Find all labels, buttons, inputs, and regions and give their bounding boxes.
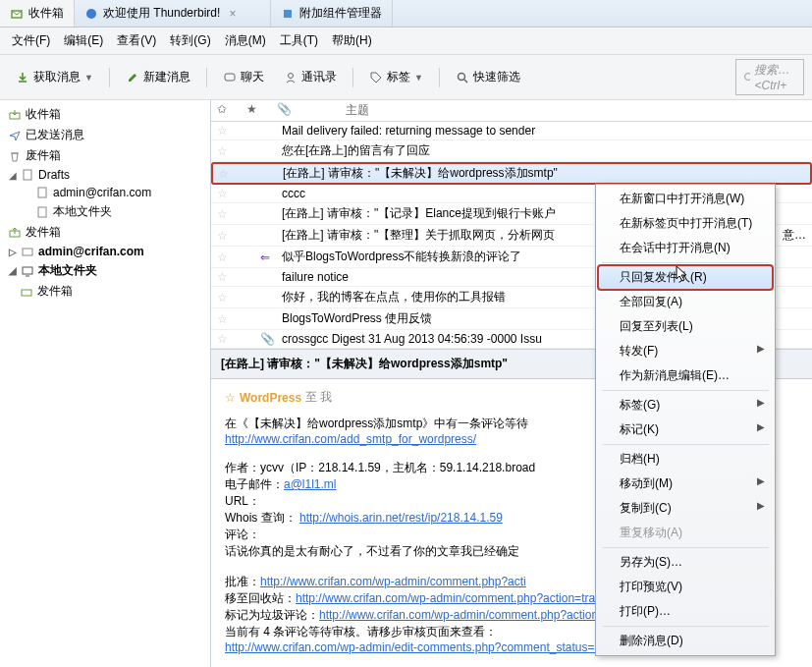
ctx-open-conversation[interactable]: 在会话中打开消息(N)	[598, 236, 773, 260]
collapse-icon[interactable]: ◢	[8, 265, 17, 276]
svg-rect-12	[38, 207, 46, 217]
svg-point-4	[288, 73, 293, 78]
person-icon	[284, 71, 298, 84]
star-icon[interactable]: ☆	[217, 207, 231, 221]
link-post[interactable]: http://www.crifan.com/add_smtp_for_wordp…	[225, 432, 476, 446]
drafts-icon	[21, 168, 34, 182]
ctx-move-again: 重复移动(A)	[598, 521, 773, 545]
mailbox-icon	[21, 245, 34, 258]
tab-label: 欢迎使用 Thunderbird!	[103, 5, 220, 22]
quickfilter-button[interactable]: 快速筛选	[448, 66, 528, 88]
folder-local[interactable]: 本地文件夹	[0, 201, 210, 222]
computer-icon	[21, 264, 34, 278]
chat-icon	[223, 71, 237, 84]
star-icon[interactable]: ☆	[225, 391, 236, 405]
star-icon[interactable]: ☆	[218, 167, 232, 181]
get-messages-button[interactable]: 获取消息 ▼	[8, 66, 101, 88]
outbox-icon	[8, 226, 22, 240]
ctx-tag[interactable]: 标签(G)▶	[598, 393, 773, 417]
star-icon[interactable]: ☆	[217, 270, 231, 284]
message-row[interactable]: ☆Mail delivery failed: returning message…	[211, 122, 812, 140]
ctx-save-as[interactable]: 另存为(S)…	[598, 550, 773, 575]
svg-rect-14	[23, 249, 32, 255]
tab-addons[interactable]: 附加组件管理器	[271, 0, 393, 27]
tag-button[interactable]: 标签 ▼	[361, 66, 431, 88]
menu-help[interactable]: 帮助(H)	[326, 30, 378, 51]
folder-outbox[interactable]: 发件箱	[0, 222, 210, 243]
menu-go[interactable]: 转到(G)	[164, 30, 216, 51]
tab-label: 收件箱	[28, 5, 64, 22]
menu-edit[interactable]: 编辑(E)	[58, 30, 109, 51]
ctx-open-window[interactable]: 在新窗口中打开消息(W)	[598, 187, 773, 211]
inbox-icon	[10, 7, 24, 21]
account-local[interactable]: ◢本地文件夹	[0, 260, 210, 281]
download-icon	[16, 71, 29, 84]
star-icon[interactable]: ☆	[217, 187, 231, 200]
folder-admin[interactable]: admin@crifan.com	[0, 184, 210, 201]
star-icon[interactable]: ☆	[217, 332, 231, 346]
menu-file[interactable]: 文件(F)	[6, 30, 56, 51]
link-moderate[interactable]: http://www.crifan.com/wp-admin/edit-comm…	[225, 640, 651, 654]
tab-welcome[interactable]: 欢迎使用 Thunderbird! ×	[75, 0, 271, 27]
star-icon[interactable]: ☆	[217, 312, 231, 326]
submenu-arrow-icon: ▶	[757, 421, 765, 432]
ctx-forward[interactable]: 转发(F)▶	[598, 339, 773, 363]
star-icon[interactable]: ☆	[217, 229, 231, 243]
link-approve[interactable]: http://www.crifan.com/wp-admin/comment.p…	[260, 575, 526, 588]
svg-rect-10	[24, 170, 31, 180]
svg-rect-2	[284, 10, 292, 18]
svg-rect-17	[22, 290, 31, 296]
ctx-copy-to[interactable]: 复制到(C)▶	[598, 496, 773, 521]
submenu-arrow-icon: ▶	[757, 397, 765, 408]
folder-trash[interactable]: 废件箱	[0, 145, 210, 166]
ctx-delete[interactable]: 删除消息(D)	[598, 629, 773, 653]
column-subject[interactable]: 主题	[346, 102, 369, 119]
message-row-selected[interactable]: ☆[在路上] 请审核："【未解决】给wordpress添加smtp"	[211, 162, 812, 185]
pencil-icon	[126, 71, 139, 84]
message-row[interactable]: ☆您在[在路上]的留言有了回应	[211, 140, 812, 162]
link-whois[interactable]: http://whois.arin.net/rest/ip/218.14.1.5…	[299, 511, 503, 525]
folder-inbox[interactable]: 收件箱	[0, 104, 210, 125]
file-icon	[35, 205, 49, 219]
ctx-move-to[interactable]: 移动到(M)▶	[598, 472, 773, 496]
collapse-icon[interactable]: ◢	[8, 170, 17, 181]
star-icon[interactable]: ☆	[217, 250, 231, 264]
outbox-icon	[20, 285, 33, 299]
chat-button[interactable]: 聊天	[215, 66, 272, 88]
thunderbird-icon	[84, 7, 98, 21]
menu-message[interactable]: 消息(M)	[219, 30, 272, 51]
ctx-print-preview[interactable]: 打印预览(V)	[598, 575, 773, 599]
folder-outbox-local[interactable]: 发件箱	[0, 281, 210, 302]
tab-label: 附加组件管理器	[299, 5, 382, 22]
new-message-button[interactable]: 新建消息	[118, 66, 198, 88]
ctx-print[interactable]: 打印(P)…	[598, 599, 773, 624]
tag-icon	[369, 71, 383, 84]
toolbar: 获取消息 ▼ 新建消息 聊天 通讯录 标签 ▼ 快速筛选 搜索… <Ctrl+	[0, 55, 812, 100]
star-icon[interactable]: ☆	[217, 124, 231, 138]
ctx-reply-all[interactable]: 全部回复(A)	[598, 290, 773, 314]
star-icon[interactable]: ☆	[217, 144, 231, 158]
star-icon[interactable]: ☆	[217, 291, 231, 305]
context-menu: 在新窗口中打开消息(W) 在新标签页中打开消息(T) 在会话中打开消息(N) 只…	[595, 184, 776, 656]
ctx-reply-list[interactable]: 回复至列表(L)	[598, 314, 773, 339]
folder-sent[interactable]: 已发送消息	[0, 125, 210, 145]
addressbook-button[interactable]: 通讯录	[276, 66, 345, 88]
menu-view[interactable]: 查看(V)	[111, 30, 162, 51]
close-icon[interactable]: ×	[229, 7, 236, 21]
svg-rect-11	[38, 188, 46, 197]
ctx-edit-as-new[interactable]: 作为新消息编辑(E)…	[598, 363, 773, 388]
ctx-mark[interactable]: 标记(K)▶	[598, 417, 773, 442]
menu-tools[interactable]: 工具(T)	[274, 30, 324, 51]
folder-drafts-root[interactable]: ◢Drafts	[0, 166, 210, 184]
ctx-open-tab[interactable]: 在新标签页中打开消息(T)	[598, 211, 773, 236]
search-icon	[456, 71, 469, 84]
search-input[interactable]: 搜索… <Ctrl+	[735, 59, 804, 95]
puzzle-icon	[281, 7, 295, 21]
link-email[interactable]: a@l1l1.ml	[284, 477, 337, 491]
message-list-header[interactable]: ✩★📎 主题	[211, 100, 812, 122]
ctx-archive[interactable]: 归档(H)	[598, 447, 773, 472]
expand-icon[interactable]: ▷	[8, 247, 17, 257]
tab-inbox[interactable]: 收件箱	[0, 0, 75, 27]
account-admin[interactable]: ▷admin@crifan.com	[0, 243, 210, 260]
submenu-arrow-icon: ▶	[757, 500, 765, 511]
